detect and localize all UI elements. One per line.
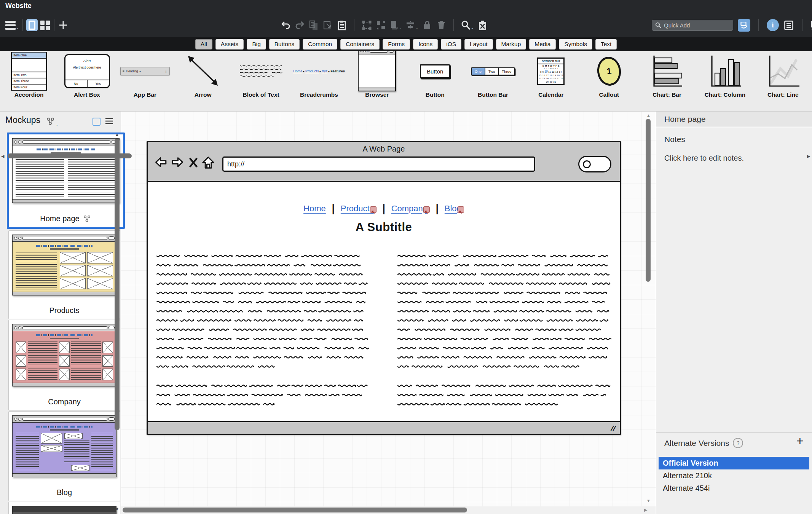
mockup-canvas[interactable]: A Web Page http:// Home | Products | Com…: [121, 111, 656, 514]
tab-big[interactable]: Big: [247, 39, 266, 49]
callout-icon: 1: [595, 56, 622, 87]
duplicate-button[interactable]: [308, 19, 319, 32]
library-item-chart-column[interactable]: Chart: Column: [696, 51, 754, 100]
canvas-scroll-down-arrow[interactable]: ▼: [646, 499, 651, 503]
mockups-panel-title: Mockups: [5, 115, 40, 125]
browser-window-wireframe[interactable]: A Web Page http:// Home | Products | Com…: [147, 141, 621, 435]
library-item-chart-line[interactable]: Chart: Line: [754, 51, 812, 100]
mockup-card-label: Home page: [40, 211, 91, 225]
ui-library-toggle-button[interactable]: [738, 19, 750, 32]
import-mockup-button[interactable]: [322, 19, 333, 32]
link-indicator-icon: [423, 206, 430, 213]
quick-add-input[interactable]: Quick Add: [652, 20, 733, 31]
mockup-card-blog[interactable]: Blog: [8, 411, 120, 501]
library-item-app-bar[interactable]: ≡ Heading ▾ ⋮ App Bar: [116, 51, 174, 100]
inspector-toggle-button[interactable]: i: [767, 19, 779, 32]
library-scroll-right-arrow[interactable]: ▶: [807, 154, 810, 158]
monitor-arrow-icon: [738, 19, 750, 32]
toolbar-right: Quick Add i: [652, 16, 812, 34]
library-item-breadcrumbs[interactable]: Home▸Products▸Xyz▸Features Breadcrumbs: [290, 51, 348, 100]
app-bar-icon: ≡ Heading ▾ ⋮: [120, 67, 170, 75]
mockup-thumbnail-partial: [12, 506, 116, 514]
ui-library-strip: Item One Item Two Item Three Item Four A…: [0, 51, 812, 112]
inspector-title: Home page: [656, 111, 812, 127]
library-item-callout[interactable]: 1 Callout: [580, 51, 638, 100]
tab-containers[interactable]: Containers: [340, 39, 380, 49]
tab-text[interactable]: Text: [595, 39, 617, 49]
align-button[interactable]: ⌄: [405, 19, 419, 32]
mockup-card-products[interactable]: Products: [8, 230, 120, 319]
tab-markup[interactable]: Markup: [496, 39, 526, 49]
mockups-hierarchy-button[interactable]: ⌄: [46, 117, 59, 127]
version-row-alternate-454i[interactable]: Alternate 454i: [659, 482, 809, 495]
add-mockup-button[interactable]: [58, 19, 69, 32]
sidebar-scroll-up-arrow[interactable]: ▲: [115, 132, 119, 137]
sidebar-scrollbar[interactable]: [115, 139, 120, 430]
library-item-chart-bar[interactable]: Chart: Bar: [638, 51, 696, 100]
notes-edit-area[interactable]: Click here to edit notes.: [664, 154, 744, 163]
mockup-card-company[interactable]: Company: [8, 320, 120, 410]
bar-chart-icon: [650, 54, 684, 88]
undo-button[interactable]: [280, 19, 291, 32]
presentation-mode-button[interactable]: [810, 19, 812, 32]
ungroup-button[interactable]: [375, 19, 386, 32]
library-item-button[interactable]: Button Button: [406, 51, 464, 100]
wireframe-nav-company: Company: [391, 204, 427, 214]
tab-symbols[interactable]: Symbols: [559, 39, 592, 49]
delete-button[interactable]: [436, 19, 447, 32]
group-button[interactable]: [361, 19, 372, 32]
notes-panel-button[interactable]: [783, 19, 794, 32]
main-menu-button[interactable]: ⌄: [5, 19, 19, 32]
library-item-calendar[interactable]: OCTOBER 2017 S M T W T F S 1 2 3 4 5 6 7…: [522, 51, 580, 100]
tab-icons[interactable]: Icons: [413, 39, 438, 49]
sidebar-scroll-down-arrow[interactable]: ▼: [115, 507, 119, 511]
library-item-browser[interactable]: ✕ Browser: [348, 51, 406, 100]
single-panel-view-button[interactable]: [26, 19, 38, 32]
tab-media[interactable]: Media: [529, 39, 556, 49]
canvas-scroll-right-arrow[interactable]: ▶: [644, 508, 647, 512]
version-row-official[interactable]: Official Version: [659, 457, 809, 469]
zoom-button[interactable]: ⌄: [461, 19, 474, 32]
alert-box-icon: Alert Alert text goes here NoYes: [64, 54, 110, 88]
tab-common[interactable]: Common: [303, 39, 337, 49]
tab-forms[interactable]: Forms: [383, 39, 410, 49]
tab-ios[interactable]: iOS: [441, 39, 461, 49]
mockups-panel: Mockups ⌄ Home page: [0, 111, 121, 514]
library-item-button-bar[interactable]: One Two Three Button Bar: [464, 51, 522, 100]
canvas-vertical-scrollbar[interactable]: [646, 119, 651, 282]
lock-button[interactable]: [422, 19, 432, 32]
redo-button[interactable]: [294, 19, 305, 32]
library-item-accordion[interactable]: Item One Item Two Item Three Item Four A…: [0, 51, 58, 100]
canvas-horizontal-scrollbar[interactable]: [123, 508, 467, 512]
resize-handle-icon[interactable]: //: [611, 424, 616, 433]
clear-clipboard-button[interactable]: [477, 19, 488, 32]
add-alternate-button[interactable]: +: [796, 435, 804, 447]
version-row-alternate-210k[interactable]: Alternate 210k: [659, 469, 809, 482]
hamburger-icon: [5, 21, 16, 30]
help-icon[interactable]: ?: [733, 438, 743, 448]
mockup-card-home-page[interactable]: Home page: [7, 132, 125, 229]
library-scroll-left-arrow[interactable]: ◀: [1, 154, 4, 158]
mockup-card-partial[interactable]: [8, 502, 120, 514]
tab-assets[interactable]: Assets: [215, 39, 244, 49]
library-item-block-of-text[interactable]: Block of Text: [232, 51, 290, 100]
lock-icon: [423, 20, 431, 30]
line-chart-icon: [766, 54, 800, 88]
info-icon: i: [767, 19, 779, 31]
library-item-arrow[interactable]: Arrow: [174, 51, 232, 100]
tab-layout[interactable]: Layout: [464, 39, 493, 49]
grid-view-button[interactable]: [40, 19, 51, 32]
wireframe-text-column-left: [156, 251, 370, 415]
list-view-button[interactable]: [105, 118, 113, 126]
thumbnail-view-button[interactable]: [93, 118, 101, 126]
library-item-alert-box[interactable]: Alert Alert text goes here NoYes Alert B…: [58, 51, 116, 100]
toolbar-divider: [54, 19, 54, 31]
layer-order-button[interactable]: ⌄: [389, 19, 402, 32]
library-scrollbar[interactable]: [8, 153, 132, 158]
canvas-scroll-up-arrow[interactable]: ▲: [646, 113, 651, 118]
tab-all[interactable]: All: [195, 39, 212, 49]
wireframe-url-field: http://: [222, 156, 535, 172]
toolbar-center: ⌄ ⌄ ⌄: [280, 16, 488, 34]
paste-button[interactable]: [337, 19, 347, 32]
tab-buttons[interactable]: Buttons: [269, 39, 300, 49]
